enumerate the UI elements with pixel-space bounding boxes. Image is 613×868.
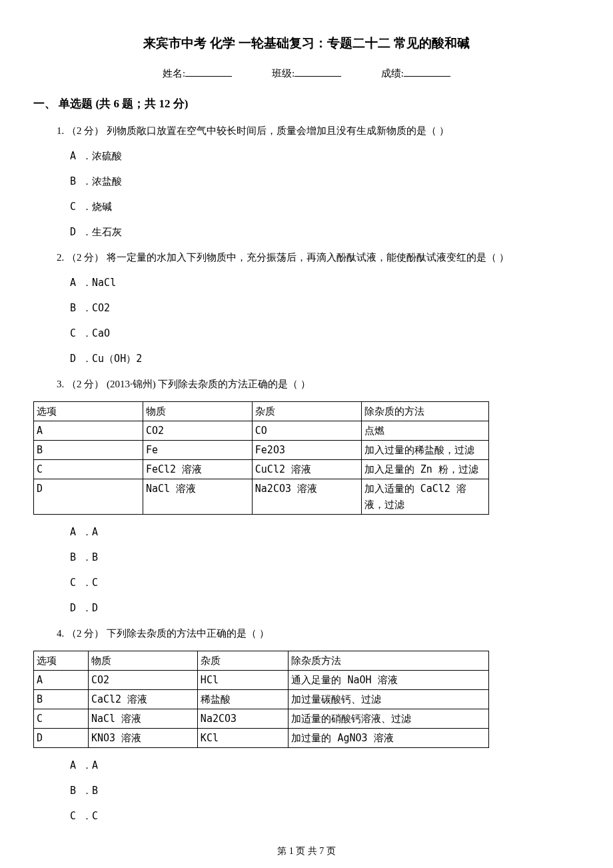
table-header-cell: 除杂质的方法 [361,401,488,421]
question-4-stem: 4. （2 分） 下列除去杂质的方法中正确的是（ ） [57,625,580,641]
score-label: 成绩: [381,68,404,79]
table-cell: 通入足量的 NaOH 溶液 [289,670,489,689]
table-cell: Na2CO3 [197,709,289,728]
table-row: B CaCl2 溶液 稀盐酸 加过量碳酸钙、过滤 [34,689,489,709]
question-1-option-d: D ．生石灰 [70,224,580,240]
name-blank [185,67,232,77]
table-row: A CO2 HCl 通入足量的 NaOH 溶液 [34,670,489,689]
table-cell: CaCl2 溶液 [88,689,197,709]
question-4-option-b: B ．B [70,783,580,799]
question-2-option-a: A ．NaCl [70,275,580,291]
table-cell: D [34,728,89,747]
question-2-option-c: C ．CaO [70,325,580,341]
table-header-cell: 杂质 [197,651,289,670]
table-cell: Na2CO3 溶液 [252,479,361,514]
table-cell: C [34,709,89,728]
table-cell: 加过量的 AgNO3 溶液 [289,728,489,747]
table-header-cell: 选项 [34,401,143,421]
section-header: 一、 单选题 (共 6 题；共 12 分) [33,95,580,113]
score-blank [404,67,450,77]
table-cell: NaCl 溶液 [88,709,197,728]
table-row: 选项 物质 杂质 除杂质的方法 [34,401,489,421]
question-3-option-b: B ．B [70,549,580,565]
class-label: 班级: [272,68,295,79]
table-cell: 稀盐酸 [197,689,289,709]
table-cell: 加入适量的 CaCl2 溶液，过滤 [361,479,488,514]
table-header-cell: 除杂质方法 [289,651,489,670]
table-cell: CuCl2 溶液 [252,459,361,479]
question-3-option-d: D ．D [70,600,580,616]
table-cell: KCl [197,728,289,747]
question-2-stem: 2. （2 分） 将一定量的水加入下列物质中，充分振荡后，再滴入酚酞试液，能使酚… [57,249,580,265]
table-cell: 加入过量的稀盐酸，过滤 [361,440,488,459]
question-3-table: 选项 物质 杂质 除杂质的方法 A CO2 CO 点燃 B Fe Fe2O3 加… [33,401,489,515]
page-footer: 第 1 页 共 7 页 [33,844,580,859]
table-header-cell: 选项 [34,651,89,670]
table-cell: CO2 [88,670,197,689]
name-label: 姓名: [163,68,185,79]
table-cell: FeCl2 溶液 [143,459,252,479]
table-row: C NaCl 溶液 Na2CO3 加适量的硝酸钙溶液、过滤 [34,709,489,728]
table-row: B Fe Fe2O3 加入过量的稀盐酸，过滤 [34,440,489,459]
question-3-option-c: C ．C [70,575,580,591]
question-1-stem: 1. （2 分） 列物质敞口放置在空气中较长时间后，质量会增加且没有生成新物质的… [57,123,580,139]
meta-row: 姓名: 班级: 成绩: [33,65,580,81]
table-cell: 加适量的硝酸钙溶液、过滤 [289,709,489,728]
table-header-cell: 物质 [143,401,252,421]
question-2-option-d: D ．Cu（OH）2 [70,351,580,367]
class-blank [295,67,341,77]
table-header-cell: 物质 [88,651,197,670]
table-cell: Fe2O3 [252,440,361,459]
question-3-stem: 3. （2 分） (2013·锦州) 下列除去杂质的方法正确的是（ ） [57,376,580,392]
table-cell: CO [252,421,361,440]
table-cell: Fe [143,440,252,459]
question-1-option-c: C ．烧碱 [70,199,580,215]
table-row: C FeCl2 溶液 CuCl2 溶液 加入足量的 Zn 粉，过滤 [34,459,489,479]
table-cell: NaCl 溶液 [143,479,252,514]
question-4-table: 选项 物质 杂质 除杂质方法 A CO2 HCl 通入足量的 NaOH 溶液 B… [33,651,489,748]
table-cell: A [34,670,89,689]
table-cell: C [34,459,143,479]
table-cell: 加过量碳酸钙、过滤 [289,689,489,709]
table-cell: HCl [197,670,289,689]
table-row: D NaCl 溶液 Na2CO3 溶液 加入适量的 CaCl2 溶液，过滤 [34,479,489,514]
page-title: 来宾市中考 化学 一轮基础复习：专题二十二 常见的酸和碱 [33,33,580,53]
table-row: 选项 物质 杂质 除杂质方法 [34,651,489,670]
table-cell: 点燃 [361,421,488,440]
table-cell: B [34,440,143,459]
question-1-option-b: B ．浓盐酸 [70,173,580,189]
question-3-option-a: A ．A [70,524,580,540]
table-cell: D [34,479,143,514]
table-row: D KNO3 溶液 KCl 加过量的 AgNO3 溶液 [34,728,489,747]
question-4-option-a: A ．A [70,757,580,773]
question-4-option-c: C ．C [70,808,580,824]
table-cell: CO2 [143,421,252,440]
table-cell: B [34,689,89,709]
table-cell: 加入足量的 Zn 粉，过滤 [361,459,488,479]
table-header-cell: 杂质 [252,401,361,421]
question-1-option-a: A ．浓硫酸 [70,148,580,164]
table-cell: KNO3 溶液 [88,728,197,747]
question-2-option-b: B ．CO2 [70,300,580,316]
table-cell: A [34,421,143,440]
table-row: A CO2 CO 点燃 [34,421,489,440]
